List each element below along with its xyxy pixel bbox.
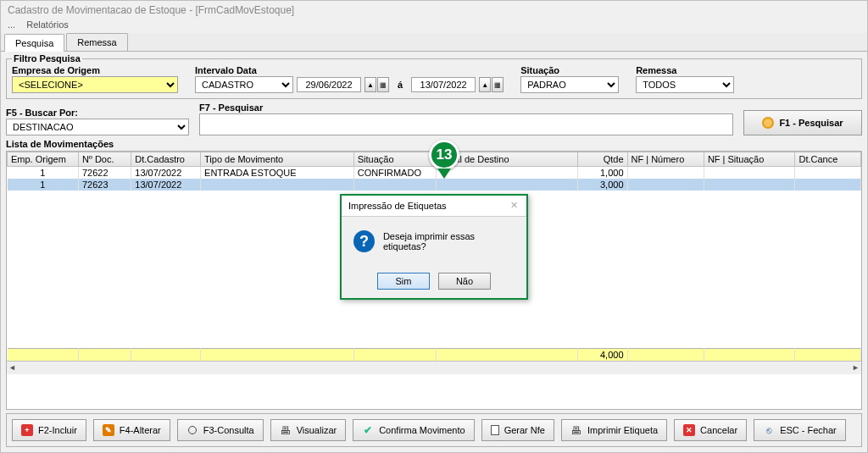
main-window: Cadastro de Movimentacao de Estoque - [F… — [0, 0, 868, 453]
magnifier-icon — [186, 424, 198, 436]
grid-hscroll[interactable]: ◄ ► — [7, 361, 861, 374]
etiqueta-button[interactable]: 🖶Imprimir Etiqueta — [561, 419, 667, 441]
incluir-button[interactable]: +F2-Incluir — [12, 419, 86, 441]
col-nfnum[interactable]: NF | Número — [627, 152, 704, 167]
check-icon: ✔ — [362, 424, 374, 436]
edit-icon: ✎ — [103, 424, 114, 436]
tab-strip: Pesquisa Remessa — [1, 33, 867, 52]
alterar-button[interactable]: ✎F4-Alterar — [93, 419, 170, 441]
cancelar-button[interactable]: ✕Cancelar — [674, 419, 747, 441]
pesquisar-button-label: F1 - Pesquisar — [779, 118, 843, 128]
col-tipo[interactable]: Tipo de Movimento — [201, 152, 354, 167]
visualizar-button[interactable]: 🖶Visualizar — [270, 419, 347, 441]
col-dtcanc[interactable]: Dt.Cance — [795, 152, 861, 167]
pesquisar-button[interactable]: F1 - Pesquisar — [743, 110, 862, 135]
consulta-button[interactable]: F3-Consulta — [177, 419, 264, 441]
empresa-select[interactable]: <SELECIONE> — [12, 76, 178, 93]
print-icon: 🖶 — [280, 424, 292, 436]
empresa-label: Empresa de Origem — [12, 65, 178, 75]
remessa-select[interactable]: TODOS — [636, 76, 734, 93]
col-nfsit[interactable]: NF | Situação — [704, 152, 795, 167]
situacao-label: Situação — [520, 65, 619, 75]
remessa-label: Remessa — [636, 65, 734, 75]
intervalo-tipo-select[interactable]: CADASTRO — [195, 76, 293, 93]
footer-qtde: 4,000 — [578, 348, 627, 361]
date-from-input[interactable] — [297, 77, 361, 92]
confirma-button[interactable]: ✔Confirma Movimento — [353, 419, 474, 441]
close-icon[interactable]: ✕ — [508, 200, 520, 212]
date-from-up-icon[interactable]: ▲ — [364, 77, 376, 92]
cancel-icon: ✕ — [683, 424, 695, 436]
window-title: Cadastro de Movimentacao de Estoque - [F… — [1, 1, 867, 19]
question-icon: ? — [353, 230, 375, 252]
pin-number: 13 — [429, 140, 459, 170]
date-to-up-icon[interactable]: ▲ — [479, 77, 491, 92]
grid-footer-row: 4,000 — [8, 348, 861, 361]
menu-item-more[interactable]: ... — [8, 19, 15, 30]
dialog-message: Deseja imprimir essas etiquetas? — [383, 231, 515, 251]
fechar-button[interactable]: ⎋ESC - Fechar — [754, 419, 846, 441]
dialog: Impressão de Etiquetas ✕ ? Deseja imprim… — [340, 194, 528, 300]
button-bar: +F2-Incluir ✎F4-Alterar F3-Consulta 🖶Vis… — [6, 413, 862, 447]
plus-icon: + — [21, 424, 33, 436]
buscar-label: F5 - Buscar Por: — [6, 108, 189, 118]
tab-remessa[interactable]: Remessa — [66, 33, 127, 51]
doc-icon — [491, 425, 499, 435]
intervalo-label: Intervalo Data — [195, 65, 504, 75]
pin-tail-icon — [437, 168, 451, 179]
situacao-select[interactable]: PADRAO — [520, 76, 619, 93]
pesquisar-input[interactable] — [199, 113, 733, 135]
col-dt[interactable]: Dt.Cadastro — [131, 152, 201, 167]
date-to-cal-icon[interactable]: ▦ — [492, 77, 504, 92]
dialog-yes-button[interactable]: Sim — [377, 273, 430, 290]
annotation-pin: 13 — [429, 140, 459, 179]
nfe-button[interactable]: Gerar Nfe — [481, 419, 554, 441]
date-from-cal-icon[interactable]: ▦ — [377, 77, 389, 92]
buscar-select[interactable]: DESTINACAO — [6, 119, 189, 135]
scroll-left-icon[interactable]: ◄ — [8, 363, 16, 372]
col-doc[interactable]: Nº Doc. — [78, 152, 131, 167]
gear-icon — [762, 117, 774, 129]
col-qtde[interactable]: Qtde — [578, 152, 627, 167]
col-sit[interactable]: Situação — [353, 152, 436, 167]
table-row[interactable]: 1 72623 13/07/2022 3,000 — [8, 179, 861, 191]
dialog-no-button[interactable]: Não — [438, 273, 491, 290]
filtro-legend: Filtro Pesquisa — [12, 53, 82, 64]
printer-icon: 🖶 — [570, 424, 582, 436]
date-sep: á — [392, 80, 408, 90]
exit-icon: ⎋ — [763, 424, 775, 436]
tab-pesquisa[interactable]: Pesquisa — [4, 34, 64, 52]
pesquisar-label: F7 - Pesquisar — [199, 102, 733, 113]
dialog-title: Impressão de Etiquetas — [348, 201, 447, 211]
filtro-fieldset: Filtro Pesquisa Empresa de Origem <SELEC… — [6, 53, 862, 99]
menu-bar: ... Relatórios — [1, 19, 867, 33]
date-to-input[interactable] — [411, 77, 476, 92]
col-emp[interactable]: Emp. Origem — [8, 152, 79, 167]
scroll-right-icon[interactable]: ► — [852, 363, 860, 372]
menu-item-relatorios[interactable]: Relatórios — [26, 19, 69, 30]
